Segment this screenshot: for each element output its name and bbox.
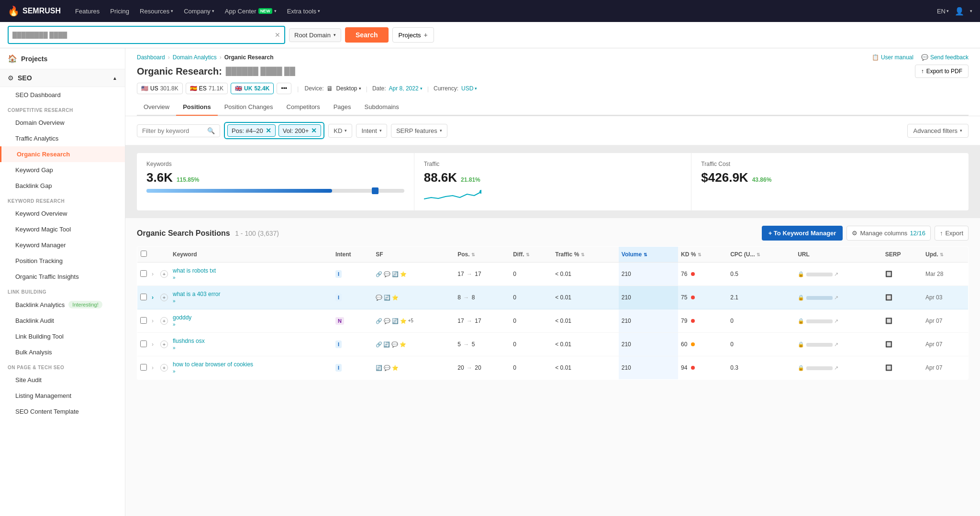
logo[interactable]: 🔥 SEMRUSH [8, 5, 61, 17]
col-diff[interactable]: Diff. ⇅ [510, 247, 552, 263]
more-flags-button[interactable]: ••• [277, 83, 291, 94]
seo-expand-icon[interactable]: ▲ [112, 76, 117, 81]
sidebar-item-backlink-gap[interactable]: Backlink Gap [0, 178, 125, 194]
external-link-icon[interactable]: ↗ [834, 295, 838, 300]
keyword-link[interactable]: how to clear browser of cookies [173, 361, 330, 368]
vol-filter-close[interactable]: ✕ [311, 127, 317, 134]
sidebar-item-seo-dashboard[interactable]: SEO Dashboard [0, 87, 125, 103]
add-keyword-btn[interactable]: + [160, 317, 168, 325]
flag-uk[interactable]: 🇬🇧UK52.4K [231, 83, 274, 94]
row-expand-btn[interactable]: › [152, 294, 154, 301]
external-link-icon[interactable]: ↗ [834, 318, 838, 324]
sidebar-item-keyword-manager[interactable]: Keyword Manager [0, 237, 125, 253]
serp-preview-icon[interactable]: 🔲 [885, 341, 892, 348]
sidebar-item-listing-management[interactable]: Listing Management [0, 388, 125, 404]
export-pdf-button[interactable]: ↑ Export to PDF [915, 65, 969, 78]
domain-type-dropdown[interactable]: Root Domain ▾ [289, 28, 341, 42]
add-to-keyword-manager-button[interactable]: + To Keyword Manager [762, 226, 843, 241]
advanced-filters-button[interactable]: Advanced filters ▾ [907, 124, 969, 138]
add-keyword-btn[interactable]: + [160, 340, 168, 348]
tab-subdomains[interactable]: Subdomains [358, 99, 406, 116]
external-link-icon[interactable]: ↗ [834, 271, 838, 277]
search-button[interactable]: Search [345, 27, 389, 43]
sidebar-item-traffic-analytics[interactable]: Traffic Analytics [0, 131, 125, 146]
row-expand-btn[interactable]: › [152, 341, 154, 348]
device-dropdown[interactable]: Desktop▾ [336, 85, 361, 92]
keyword-filter-input[interactable] [142, 127, 204, 134]
keyword-link[interactable]: what is robots txt [173, 267, 330, 274]
currency-dropdown[interactable]: USD▾ [461, 85, 477, 92]
sidebar-item-site-audit[interactable]: Site Audit [0, 372, 125, 388]
keyword-link[interactable]: flushdns osx [173, 338, 330, 344]
sidebar-item-bulk-analysis[interactable]: Bulk Analysis [0, 344, 125, 360]
search-input[interactable] [12, 32, 275, 39]
serp-preview-icon[interactable]: 🔲 [885, 271, 892, 277]
serp-preview-icon[interactable]: 🔲 [885, 364, 892, 371]
select-all-checkbox[interactable] [141, 251, 147, 257]
nav-resources[interactable]: Resources▾ [135, 5, 178, 18]
user-manual-link[interactable]: 📋 User manual [872, 54, 913, 61]
add-keyword-btn[interactable]: + [160, 270, 168, 278]
tab-competitors[interactable]: Competitors [280, 99, 327, 116]
serp-features-dropdown[interactable]: SERP features ▾ [391, 124, 447, 138]
sidebar-item-backlink-audit[interactable]: Backlink Audit [0, 313, 125, 329]
sidebar-item-position-tracking[interactable]: Position Tracking [0, 253, 125, 269]
flag-us[interactable]: 🇺🇸US301.8K [137, 83, 183, 94]
manage-columns-button[interactable]: ⚙ Manage columns 12/16 [846, 226, 931, 241]
serp-preview-icon[interactable]: 🔲 [885, 318, 892, 324]
external-link-icon[interactable]: ↗ [834, 341, 838, 347]
send-feedback-link[interactable]: 💬 Send feedback [921, 54, 969, 61]
nav-extra-tools[interactable]: Extra tools▾ [282, 5, 325, 18]
breadcrumb-dashboard[interactable]: Dashboard [137, 54, 165, 61]
keyword-link[interactable]: what is a 403 error [173, 291, 330, 297]
sidebar-item-organic-research[interactable]: Organic Research [0, 146, 125, 162]
kd-filter-dropdown[interactable]: KD ▾ [328, 124, 352, 138]
export-table-button[interactable]: ↑ Export [935, 226, 969, 241]
add-keyword-btn[interactable]: + [160, 364, 168, 372]
col-url[interactable]: URL [795, 247, 882, 263]
add-keyword-btn[interactable]: + [160, 294, 168, 301]
col-keyword[interactable]: Keyword [170, 247, 333, 263]
tab-overview[interactable]: Overview [137, 99, 176, 116]
col-serp[interactable]: SERP [882, 247, 923, 263]
breadcrumb-domain-analytics[interactable]: Domain Analytics [173, 54, 217, 61]
user-icon[interactable]: 👤 [955, 7, 964, 16]
tab-position-changes[interactable]: Position Changes [218, 99, 280, 116]
row-checkbox[interactable] [140, 294, 147, 300]
pos-filter-close[interactable]: ✕ [266, 127, 271, 134]
sidebar-item-organic-traffic-insights[interactable]: Organic Traffic Insights [0, 269, 125, 285]
col-cpc[interactable]: CPC (U... ⇅ [727, 247, 795, 263]
row-expand-btn[interactable]: › [152, 271, 154, 277]
intent-filter-dropdown[interactable]: Intent ▾ [356, 124, 387, 138]
row-checkbox[interactable] [140, 340, 147, 347]
col-volume[interactable]: Volume ⇅ [619, 247, 678, 263]
nav-pricing[interactable]: Pricing [105, 5, 134, 18]
row-checkbox[interactable] [140, 270, 147, 277]
row-expand-btn[interactable]: › [152, 364, 154, 371]
row-checkbox[interactable] [140, 364, 147, 371]
date-dropdown[interactable]: Apr 8, 2022▾ [389, 85, 423, 92]
nav-features[interactable]: Features [70, 5, 104, 18]
sidebar-item-seo-content-template[interactable]: SEO Content Template [0, 404, 125, 419]
flag-es[interactable]: 🇪🇸ES71.1K [186, 83, 228, 94]
sidebar-item-link-building-tool[interactable]: Link Building Tool [0, 329, 125, 344]
tab-pages[interactable]: Pages [327, 99, 358, 116]
row-expand-btn[interactable]: › [152, 318, 154, 324]
tab-positions[interactable]: Positions [176, 99, 218, 116]
sidebar-projects[interactable]: 🏠 Projects [0, 48, 125, 69]
sidebar-item-backlink-analytics[interactable]: Backlink Analytics Interesting! [0, 296, 125, 313]
external-link-icon[interactable]: ↗ [834, 365, 838, 371]
col-intent[interactable]: Intent [333, 247, 373, 263]
keyword-link[interactable]: godddy [173, 314, 330, 321]
col-pos[interactable]: Pos. ⇅ [455, 247, 510, 263]
serp-preview-icon[interactable]: 🔲 [885, 294, 892, 301]
language-selector[interactable]: EN ▾ [937, 8, 949, 15]
search-clear-icon[interactable]: ✕ [275, 31, 280, 39]
sidebar-item-keyword-gap[interactable]: Keyword Gap [0, 162, 125, 178]
sidebar-item-keyword-overview[interactable]: Keyword Overview [0, 206, 125, 221]
col-sf[interactable]: SF [373, 247, 455, 263]
projects-button[interactable]: Projects + [392, 27, 434, 43]
sidebar-item-domain-overview[interactable]: Domain Overview [0, 115, 125, 131]
col-kd[interactable]: KD % ⇅ [678, 247, 727, 263]
nav-company[interactable]: Company▾ [179, 5, 219, 18]
